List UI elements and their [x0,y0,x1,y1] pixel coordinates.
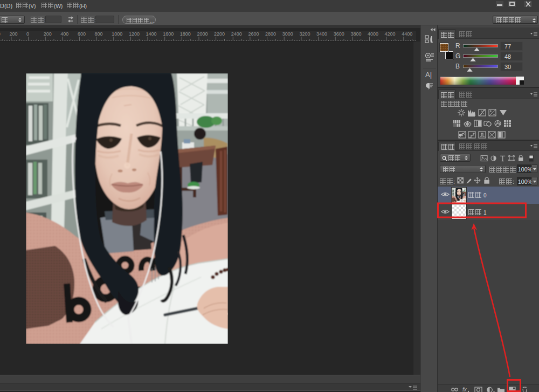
svg-text:fx: fx [462,387,467,392]
svg-text:1600: 1600 [163,31,174,37]
svg-text:400: 400 [0,31,1,37]
svg-text:2000: 2000 [197,31,208,37]
svg-text:200: 200 [44,31,52,37]
svg-text:600: 600 [78,31,86,37]
svg-text:4400: 4400 [402,31,412,37]
svg-text:1200: 1200 [129,31,140,37]
svg-text:1400: 1400 [146,31,157,37]
svg-text:4000: 4000 [368,31,378,37]
svg-text:1800: 1800 [180,31,191,37]
svg-text:3800: 3800 [350,31,361,37]
svg-text:4200: 4200 [385,31,396,37]
svg-text:2800: 2800 [265,31,276,37]
svg-text:400: 400 [60,31,68,37]
svg-text:800: 800 [95,31,103,37]
svg-text:3000: 3000 [282,31,293,37]
svg-text:3400: 3400 [316,31,327,37]
svg-text:1000: 1000 [112,31,122,37]
svg-text:0: 0 [26,31,29,37]
svg-text:2200: 2200 [214,31,225,37]
svg-text:200: 200 [9,31,17,37]
svg-text:2400: 2400 [231,31,242,37]
svg-text:2600: 2600 [248,31,259,37]
svg-text:3600: 3600 [334,31,344,37]
svg-text:3200: 3200 [299,31,310,37]
